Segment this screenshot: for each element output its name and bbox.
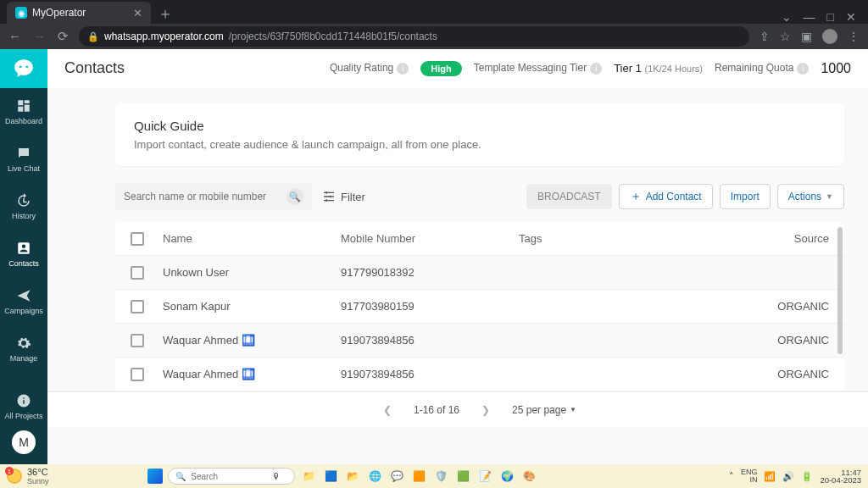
add-contact-button[interactable]: ＋Add Contact (619, 184, 713, 209)
taskbar-weather[interactable]: 1 36°C Sunny (7, 467, 49, 485)
taskbar-app-icon[interactable]: 🌐 (366, 468, 383, 485)
table-row[interactable]: Waquar Ahmed🛄919073894856ORGANIC (115, 324, 844, 358)
filter-icon (322, 190, 336, 203)
row-checkbox[interactable] (131, 368, 144, 381)
quality-rating-label: Quality Ratingi (330, 62, 409, 75)
cell-mobile: 917703980159 (341, 300, 519, 313)
table-row[interactable]: Sonam Kapur917703980159ORGANIC (115, 290, 844, 324)
table-pager: ❮ 1-16 of 16 ❯ 25 per page ▼ (47, 391, 868, 427)
taskbar-app-icon[interactable]: 📝 (476, 468, 493, 485)
cell-name: Unkown User (163, 266, 341, 279)
sidebar-item-all-projects[interactable]: All Projects (0, 383, 47, 430)
svg-point-0 (326, 191, 328, 194)
filter-button[interactable]: Filter (322, 190, 365, 203)
sidebar-item-contacts[interactable]: Contacts (0, 230, 47, 278)
tab-close-icon[interactable]: ✕ (133, 7, 142, 19)
nav-forward-icon[interactable]: → (33, 29, 46, 44)
taskbar-search-input[interactable] (191, 472, 267, 481)
browser-tab-strip: ◉ MyOperator ✕ ＋ ⌄ — □ ✕ (0, 0, 868, 24)
taskbar-app-icon[interactable]: 🎨 (520, 468, 537, 485)
extensions-icon[interactable]: ▣ (801, 30, 812, 43)
col-tags: Tags (519, 232, 761, 245)
select-all-checkbox[interactable] (131, 232, 144, 246)
nav-reload-icon[interactable]: ⟳ (58, 29, 69, 44)
info-icon[interactable]: i (590, 63, 602, 75)
actions-button[interactable]: Actions▼ (777, 184, 844, 209)
table-row[interactable]: Waquar Ahmed🛄919073894856ORGANIC (115, 358, 844, 391)
taskbar-app-icon[interactable]: 🛡️ (432, 468, 449, 485)
sidebar-item-campaigns[interactable]: Campaigns (0, 278, 47, 325)
row-checkbox[interactable] (131, 300, 144, 313)
table-row[interactable]: Unkown User917799018392 (115, 256, 844, 290)
taskbar-app-icon[interactable]: 🌍 (498, 468, 515, 485)
nav-back-icon[interactable]: ← (8, 29, 21, 44)
scrollbar[interactable] (837, 227, 843, 354)
broadcast-button: BROADCAST (526, 184, 612, 209)
tier-value: Tier 1 (1K/24 Hours) (614, 62, 703, 75)
pager-prev-icon[interactable]: ❮ (383, 404, 392, 416)
col-name: Name (163, 232, 341, 245)
taskbar-app-icon[interactable]: 📁 (300, 468, 317, 485)
remaining-quota-label: Remaining Quotai (715, 62, 809, 75)
sidebar-item-label: History (12, 212, 36, 220)
weather-temp: 36°C (27, 467, 49, 477)
tray-clock[interactable]: 11:4720-04-2023 (820, 469, 861, 485)
taskbar-app-icon[interactable]: 🟧 (410, 468, 427, 485)
gear-icon (16, 336, 31, 351)
profile-avatar-icon[interactable] (822, 29, 837, 44)
info-icon[interactable]: i (397, 63, 409, 75)
table-toolbar: 🔍 Filter BROADCAST ＋Add Contact Import A… (115, 183, 844, 210)
tray-volume-icon[interactable]: 🔊 (782, 471, 794, 482)
cell-mobile: 919073894856 (341, 334, 519, 347)
row-checkbox[interactable] (131, 334, 144, 347)
sidebar-item-dashboard[interactable]: Dashboard (0, 88, 47, 136)
cell-source: ORGANIC (761, 300, 829, 313)
share-icon[interactable]: ⇪ (760, 30, 770, 43)
sidebar-item-live-chat[interactable]: Live Chat (0, 136, 47, 183)
window-close-icon[interactable]: ✕ (846, 10, 856, 24)
campaigns-icon (16, 288, 31, 303)
pager-next-icon[interactable]: ❯ (481, 404, 490, 416)
tray-language[interactable]: ENGIN (741, 469, 758, 484)
taskbar-app-icon[interactable]: 🟩 (454, 468, 471, 485)
import-button[interactable]: Import (720, 184, 771, 209)
cell-name: Sonam Kapur (163, 300, 341, 313)
new-tab-button[interactable]: ＋ (151, 3, 180, 24)
browser-tab[interactable]: ◉ MyOperator ✕ (7, 2, 151, 24)
address-bar[interactable]: 🔒 whatsapp.myoperator.com/projects/63f75… (79, 26, 749, 47)
app-logo[interactable] (0, 49, 47, 88)
search-icon[interactable]: 🔍 (287, 188, 303, 205)
window-minimize-icon[interactable]: ⌄ (782, 10, 792, 24)
quality-rating-badge: High (420, 61, 461, 76)
taskbar-app-icon[interactable]: 🟦 (322, 468, 339, 485)
sidebar-item-history[interactable]: History (0, 183, 47, 230)
tray-chevron-icon[interactable]: ˄ (729, 471, 734, 482)
plus-icon: ＋ (630, 189, 642, 204)
cell-source: ORGANIC (761, 368, 829, 380)
search-box[interactable]: 🔍 (115, 183, 312, 210)
bookmark-icon[interactable]: ☆ (780, 30, 791, 43)
table-header-row: Name Mobile Number Tags Source (115, 222, 844, 256)
cell-name: Waquar Ahmed🛄 (163, 334, 341, 347)
quick-guide-card: Quick Guide Import contact, create audie… (115, 103, 844, 166)
window-minimize2-icon[interactable]: — (804, 10, 815, 24)
window-maximize-icon[interactable]: □ (827, 10, 834, 24)
taskbar-app-icon[interactable]: 📂 (344, 468, 361, 485)
tray-wifi-icon[interactable]: 📶 (764, 471, 776, 482)
search-mic-icon[interactable]: 🎙 (272, 472, 281, 481)
chrome-menu-icon[interactable]: ⋮ (848, 30, 860, 43)
sidebar-item-manage[interactable]: Manage (0, 325, 47, 373)
taskbar-search[interactable]: 🔍 🎙 (168, 468, 295, 485)
per-page-select[interactable]: 25 per page ▼ (512, 404, 576, 416)
tray-battery-icon[interactable]: 🔋 (801, 471, 813, 482)
row-checkbox[interactable] (131, 266, 144, 280)
filter-label: Filter (341, 191, 365, 203)
taskbar-app-icon[interactable]: 💬 (388, 468, 405, 485)
contacts-table: Name Mobile Number Tags Source Unkown Us… (115, 222, 844, 391)
info-icon[interactable]: i (797, 63, 809, 75)
start-button[interactable] (147, 469, 163, 484)
weather-desc: Sunny (27, 477, 49, 485)
search-input[interactable] (124, 191, 287, 202)
profile-button[interactable]: M (12, 430, 36, 454)
col-mobile: Mobile Number (341, 232, 519, 245)
